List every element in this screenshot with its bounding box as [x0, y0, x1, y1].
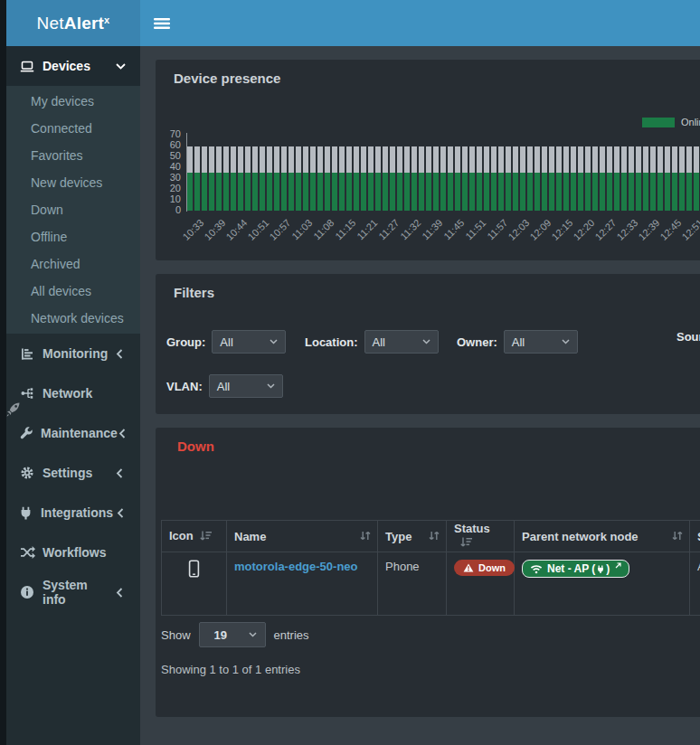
column-label: Parent network node — [522, 530, 639, 543]
chevron-down-icon — [267, 383, 275, 389]
gear-icon — [19, 466, 35, 480]
sort-both-icon — [671, 530, 684, 544]
sidebar-item-integrations[interactable]: Integrations — [6, 493, 140, 533]
presence-bar — [694, 146, 699, 211]
presence-bar — [643, 146, 648, 211]
presence-bar — [571, 146, 576, 211]
presence-bar — [672, 146, 677, 211]
sidebar-item-settings[interactable]: Settings — [6, 453, 140, 493]
device-name-link[interactable]: motorola-edge-50-neo — [234, 560, 358, 573]
filter-row-vlan: VLAN: All — [156, 374, 700, 398]
sidebar-item-maintenance[interactable]: Maintenance — [6, 413, 140, 453]
presence-bar — [506, 146, 511, 211]
sidebar-item-archived[interactable]: Archived — [6, 250, 140, 278]
presence-bar — [650, 146, 656, 211]
sidebar-item-system-info[interactable]: System info — [6, 572, 140, 612]
vlan-filter-label: VLAN: — [166, 380, 203, 393]
presence-bar — [303, 146, 308, 211]
chevron-left-icon — [118, 429, 128, 439]
location-filter-select[interactable]: All — [364, 330, 439, 354]
column-header-parent-network-node[interactable]: Parent network node — [515, 521, 690, 552]
presence-bar — [368, 146, 374, 211]
device-type: Phone — [385, 560, 420, 573]
page-size-select[interactable]: 19 — [199, 622, 266, 647]
network-icon — [19, 386, 35, 401]
presence-bar — [534, 146, 540, 211]
vlan-filter-select[interactable]: All — [209, 374, 283, 398]
sidebar-item-offline[interactable]: Offline — [6, 223, 140, 250]
sidebar-item-label: Devices — [43, 59, 112, 73]
presence-bar — [390, 146, 395, 211]
sidebar-item-network[interactable]: Network — [6, 373, 140, 413]
presence-bar — [498, 146, 504, 211]
sidebar-item-connected[interactable]: Connected — [6, 115, 140, 142]
column-header-name[interactable]: Name — [227, 521, 378, 552]
owner-filter-value: All — [512, 335, 525, 349]
presence-bar — [332, 146, 337, 211]
sidebar-item-label: Network — [43, 386, 128, 401]
parent-node-badge[interactable]: Net - AP () — [522, 560, 629, 578]
column-label: Name — [234, 530, 266, 543]
chart-legend[interactable]: Online — [642, 117, 700, 127]
presence-bar — [614, 146, 620, 211]
column-header-status[interactable]: Status — [447, 521, 515, 552]
presence-bar — [187, 146, 193, 211]
presence-bar — [223, 146, 229, 211]
card-title: Filters — [156, 274, 700, 300]
sidebar-item-workflows[interactable]: Workflows — [6, 533, 140, 572]
presence-bar — [585, 146, 591, 211]
down-devices-table: IconNameTypeStatusParent network nodeS m… — [161, 520, 700, 616]
sidebar-item-monitoring[interactable]: Monitoring — [6, 334, 140, 373]
table-length-control: Show 19 entries — [161, 622, 309, 647]
hamburger-icon[interactable] — [153, 16, 171, 31]
sidebar-item-all-devices[interactable]: All devices — [6, 278, 140, 305]
app-viewport: NetAlertx Devices My devicesConnectedFav… — [0, 0, 700, 745]
sort-both-icon — [428, 530, 440, 544]
top-navbar — [140, 0, 700, 46]
presence-bar — [339, 146, 345, 211]
external-link-icon — [615, 562, 621, 569]
down-card-title: Down — [156, 428, 700, 454]
wifi-icon — [530, 564, 543, 574]
content-area: Device presence Online 706050403020100 1… — [140, 46, 700, 745]
sidebar-item-network-devices[interactable]: Network devices — [6, 305, 140, 332]
presence-bar — [274, 146, 279, 211]
presence-bar — [375, 146, 381, 211]
presence-bar — [419, 146, 424, 211]
chevron-down-icon — [249, 632, 257, 637]
presence-bar — [202, 146, 207, 211]
presence-bar — [462, 146, 468, 211]
presence-bar — [600, 146, 605, 211]
rocket-icon — [5, 401, 22, 421]
sidebar-item-devices[interactable]: Devices — [6, 46, 140, 86]
presence-bar — [469, 146, 475, 211]
group-filter-select[interactable]: All — [212, 330, 286, 354]
sidebar-item-label: Integrations — [41, 505, 113, 520]
presence-bar — [310, 146, 316, 211]
presence-bar — [216, 146, 222, 211]
column-header-type[interactable]: Type — [378, 521, 447, 552]
presence-bar — [556, 146, 562, 211]
down-devices-card: Down IconNameTypeStatusParent network no… — [156, 428, 700, 717]
sidebar-item-label: Maintenance — [41, 426, 118, 440]
presence-bar — [354, 146, 359, 211]
plug-icon — [597, 565, 604, 573]
chevron-down-icon — [112, 63, 128, 70]
sidebar-item-down[interactable]: Down — [6, 196, 140, 223]
presence-bar — [542, 146, 547, 211]
left-gutter — [0, 0, 6, 745]
chevron-left-icon — [113, 508, 128, 518]
brand-logo[interactable]: NetAlertx — [6, 0, 140, 46]
presence-bar — [325, 146, 330, 211]
column-header-s[interactable]: S — [690, 521, 700, 552]
sidebar-item-new-devices[interactable]: New devices — [6, 169, 140, 196]
column-header-icon[interactable]: Icon — [162, 521, 227, 552]
presence-bar — [383, 146, 388, 211]
sidebar-item-favorites[interactable]: Favorites — [6, 142, 140, 169]
chevron-down-icon — [270, 339, 278, 344]
presence-bar — [513, 146, 518, 211]
group-filter: Group: All — [166, 330, 286, 354]
sidebar-item-my-devices[interactable]: My devices — [6, 88, 140, 115]
owner-filter-label: Owner: — [457, 335, 497, 349]
owner-filter-select[interactable]: All — [504, 330, 578, 354]
